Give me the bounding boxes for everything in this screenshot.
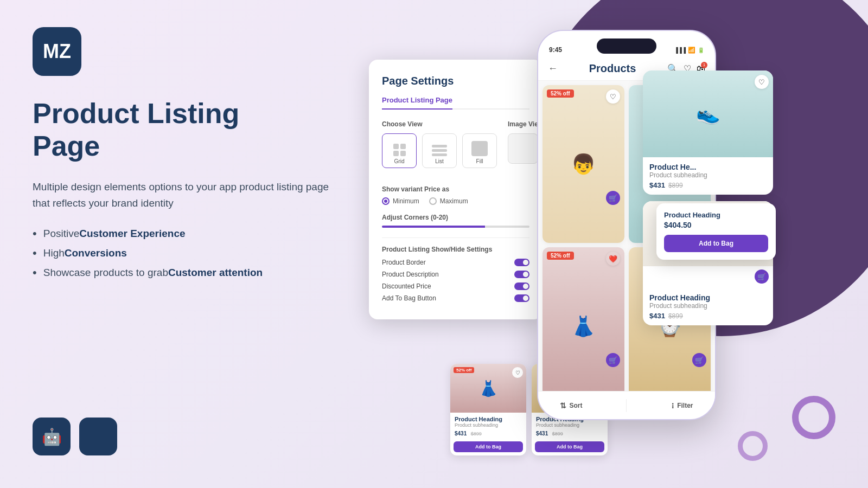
brand-logo: MZ	[33, 27, 81, 76]
radio-dot-minimum	[382, 197, 390, 205]
view-options: Grid List Fill	[382, 133, 497, 168]
overlay-old-price-1: $899	[668, 182, 683, 189]
signal-icon: ▐▐▐	[674, 47, 686, 53]
show-hide-label: Product Listing Show/Hide Settings	[382, 246, 529, 253]
bc-heading-1: Product Heading	[455, 416, 522, 422]
cart-badge: 1	[701, 62, 707, 68]
bullet-list: Positive Customer Experience High Conver…	[33, 227, 331, 280]
bc-add-btn-1[interactable]: Add to Bag	[454, 441, 523, 452]
image-view-box-1[interactable]	[508, 133, 538, 164]
product-image-3: 👗	[542, 247, 624, 405]
discount-badge-3: 52% off	[547, 252, 574, 260]
radio-dot-maximum	[429, 197, 437, 205]
cart-btn-4[interactable]: 🛒	[692, 353, 706, 367]
bottom-card-wishlist-1[interactable]: ♡	[512, 367, 523, 378]
bottom-card-badge-1: 52% off	[454, 367, 474, 373]
logo-text: MZ	[43, 40, 71, 63]
decorative-ring-1	[792, 396, 835, 439]
overlay-cards-section: 👟 ♡ Product He... Product subheading $43…	[643, 70, 773, 332]
product-card-3: 👗 52% off ❤️ 🛒 Product Heading Product s…	[542, 247, 624, 405]
overlay-wishlist-1[interactable]: ♡	[755, 75, 769, 89]
decorative-ring-2	[738, 431, 768, 461]
overlay-card-info-1: Product He... Product subheading $431 $8…	[643, 157, 773, 195]
view-option-grid[interactable]: Grid	[382, 133, 417, 168]
status-icons: ▐▐▐ 📶 🔋	[674, 47, 704, 54]
bc-price-row-1: $431 $899	[455, 428, 522, 438]
overlay-price-row-2: $431 $899	[649, 312, 767, 320]
overlay-card-info-2: Product Heading Product subheading $431 …	[643, 288, 773, 325]
back-icon[interactable]: ←	[548, 63, 558, 74]
overlay-old-price-2: $899	[668, 312, 683, 320]
toggle-bag-switch[interactable]	[514, 294, 529, 302]
show-variant-label: Show variant Price as	[382, 185, 529, 193]
radio-maximum[interactable]: Maximum	[429, 197, 468, 205]
filter-button[interactable]: ⫶ Filter	[671, 401, 693, 410]
toggle-border-switch[interactable]	[514, 259, 529, 266]
overlay-product-subheading-2: Product subheading	[649, 302, 767, 310]
bc-price-1: $431	[455, 431, 467, 436]
android-icon: 🤖	[33, 418, 71, 455]
detail-add-to-bag-button[interactable]: Add to Bag	[664, 235, 768, 252]
adjust-corners-label: Adjust Corners (0-20)	[382, 214, 529, 221]
overlay-product-heading-2: Product Heading	[649, 293, 767, 302]
toggle-price-switch[interactable]	[514, 282, 529, 290]
filter-icon: ⫶	[671, 401, 674, 410]
bullet-item-2: High Conversions	[33, 246, 331, 260]
overlay-card-img-1: 👟 ♡	[643, 70, 773, 157]
hero-section: Product Listing Page Multiple design ele…	[33, 98, 331, 285]
phone-time: 9:45	[549, 46, 562, 54]
filter-label: Filter	[677, 402, 693, 409]
overlay-price-1: $431	[649, 181, 665, 189]
platform-icons: 🤖	[33, 418, 117, 455]
bc-subheading-1: Product subheading	[455, 422, 522, 428]
hero-subtitle: Multiple design elements options to your…	[33, 179, 331, 212]
bc-old-price-2: $899	[552, 431, 563, 436]
bullet-item-3: Showcase products to grab Customer atten…	[33, 266, 331, 280]
cart-btn-1[interactable]: 🛒	[606, 191, 620, 205]
phone-notch	[597, 38, 656, 54]
sort-button[interactable]: ⇅ Sort	[560, 401, 582, 410]
detail-card-price: $404.50	[664, 221, 768, 229]
divider-bottom	[626, 399, 627, 412]
divider	[382, 237, 529, 238]
toggle-description-switch[interactable]	[514, 271, 529, 278]
overlay-card-product-img-1: 👟	[643, 70, 773, 157]
overlay-cart-btn-2[interactable]: 🛒	[755, 269, 769, 284]
bc-subheading-2: Product subheading	[536, 422, 603, 428]
product-image-1: 👦	[542, 85, 624, 243]
hero-title: Product Listing Page	[33, 98, 331, 163]
sort-icon: ⇅	[560, 401, 566, 410]
cart-btn-3[interactable]: 🛒	[606, 353, 620, 367]
toggle-product-description: Product Description	[382, 271, 529, 278]
page-settings-panel: Page Settings Product Listing Page Choos…	[369, 60, 542, 319]
overlay-price-2: $431	[649, 312, 665, 320]
radio-minimum[interactable]: Minimum	[382, 197, 419, 205]
toggle-add-to-bag: Add To Bag Button	[382, 294, 529, 302]
phone-products-title: Products	[589, 62, 636, 75]
apple-icon	[79, 418, 117, 455]
radio-group: Minimum Maximum	[382, 197, 529, 205]
view-option-fill[interactable]: Fill	[462, 133, 497, 168]
tab-product-listing[interactable]: Product Listing Page	[382, 96, 452, 110]
wishlist-btn-1[interactable]: ♡	[606, 89, 620, 104]
tab-bar: Product Listing Page	[382, 96, 529, 110]
overlay-price-row-1: $431 $899	[649, 181, 767, 189]
bc-price-2: $431	[536, 431, 548, 436]
sort-label: Sort	[569, 402, 582, 409]
detail-card-heading: Product Heading	[664, 211, 768, 219]
wishlist-btn-3[interactable]: ❤️	[606, 252, 620, 266]
toggle-product-border: Product Border	[382, 259, 529, 266]
product-card-1: 👦 52% off ♡ 🛒 Product Heading Product su…	[542, 85, 624, 243]
overlay-card-1: 👟 ♡ Product He... Product subheading $43…	[643, 70, 773, 195]
bc-add-btn-2[interactable]: Add to Bag	[535, 441, 604, 452]
choose-view-label: Choose View	[382, 120, 497, 128]
view-option-list[interactable]: List	[422, 133, 457, 168]
overlay-product-heading-1: Product He...	[649, 163, 767, 171]
bc-old-price-1: $899	[471, 431, 482, 436]
corners-slider[interactable]	[382, 226, 529, 228]
product-detail-card: Product Heading $404.50 Add to Bag	[656, 203, 776, 260]
overlay-product-subheading-1: Product subheading	[649, 171, 767, 179]
bottom-card-info-1: Product Heading Product subheading $431 …	[450, 413, 526, 441]
wifi-icon: 📶	[688, 47, 695, 54]
toggle-discounted-price: Discounted Price	[382, 282, 529, 290]
